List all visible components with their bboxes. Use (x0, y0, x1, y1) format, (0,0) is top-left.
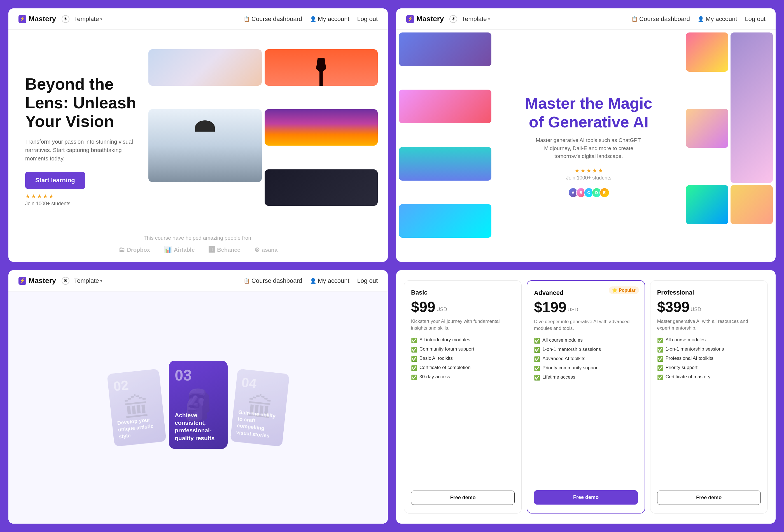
ai-img-2 (399, 90, 492, 123)
ai-headline: Master the Magic of Generative AI (525, 94, 652, 131)
logo-1[interactable]: ⚡ Mastery (19, 15, 56, 23)
pricing-advanced: ⭐ Popular Advanced $199 USD Dive deeper … (527, 280, 645, 513)
avatar-group: A B C D E (568, 188, 610, 198)
check-icon: ✅ (657, 356, 663, 362)
panel-photography: ⚡ Mastery ☀ Template ▾ 📋 Course dashboar… (8, 8, 388, 262)
basic-desc: Kickstart your AI journey with fundament… (411, 318, 515, 332)
advanced-feature-4: ✅ Priority community support (534, 365, 638, 371)
professional-price: $399 USD (657, 299, 761, 315)
sun-icon-1: ☀ (63, 16, 67, 22)
avatar-5: E (599, 188, 610, 198)
theme-toggle-2[interactable]: ☀ (449, 15, 457, 23)
template-label-2: Template (462, 16, 487, 23)
ai-box-5 (730, 185, 773, 224)
ai-img-1 (399, 32, 492, 66)
asana-icon: ⊗ (254, 246, 259, 253)
star-4: ★ (43, 193, 48, 200)
account-icon-1: 👤 (310, 16, 316, 22)
check-icon: ✅ (534, 338, 540, 344)
nav-right-2: 📋 Course dashboard 👤 My account Log out (632, 16, 765, 23)
behance-label: Behance (217, 247, 240, 253)
basic-price: $99 USD (411, 299, 515, 315)
panel-1-photos (148, 44, 378, 226)
panel-lessons: ⚡ Mastery ☀ Template ▾ 📋 Course dashboar… (8, 270, 388, 524)
check-icon: ✅ (411, 356, 417, 362)
photo-dark (264, 169, 378, 206)
my-account-link-1[interactable]: 👤 My account (310, 16, 349, 23)
professional-feature-1: ✅ All course modules (657, 337, 761, 343)
professional-features: ✅ All course modules ✅ 1-on-1 mentorship… (657, 337, 761, 485)
my-account-link-3[interactable]: 👤 My account (310, 277, 349, 284)
headline-1: Beyond the Lens: Unleash Your Vision (25, 75, 143, 131)
professional-feature-5: ✅ Certificate of mastery (657, 374, 761, 381)
advanced-usd: USD (567, 307, 578, 313)
pricing-basic: Basic $99 USD Kickstart your AI journey … (404, 280, 522, 513)
check-icon: ✅ (411, 337, 417, 343)
theme-toggle-3[interactable]: ☀ (62, 277, 69, 285)
professional-cta-button[interactable]: Free demo (657, 491, 761, 505)
template-menu-2[interactable]: Template ▾ (462, 16, 490, 23)
ai-star-2: ★ (581, 167, 586, 174)
basic-feature-5: ✅ 30-day access (411, 374, 515, 381)
ai-subtext: Master generative AI tools such as ChatG… (536, 136, 642, 161)
my-account-link-2[interactable]: 👤 My account (698, 16, 737, 23)
logo-behance: 🅱 Behance (208, 246, 240, 253)
lesson-cards-area: 02 🏛 Develop your unique artistic style … (8, 291, 388, 524)
advanced-feature-1: ✅ All course modules (534, 337, 638, 344)
subtext-1: Transform your passion into stunning vis… (25, 138, 143, 163)
nav-right-1: 📋 Course dashboard 👤 My account Log out (244, 16, 378, 23)
logo-3[interactable]: ⚡ Mastery (19, 276, 56, 285)
logout-3[interactable]: Log out (357, 277, 378, 284)
logo-asana: ⊗ asana (254, 246, 278, 253)
logo-icon-1: ⚡ (19, 15, 26, 23)
lesson-card-2[interactable]: 02 🏛 Develop your unique artistic style (107, 368, 166, 446)
advanced-price: $199 USD (534, 299, 638, 315)
course-dashboard-link-2[interactable]: 📋 Course dashboard (632, 16, 690, 23)
logo-2[interactable]: ⚡ Mastery (406, 15, 444, 23)
template-menu-3[interactable]: Template ▾ (74, 277, 102, 284)
start-learning-button[interactable]: Start learning (25, 172, 85, 189)
basic-feature-4: ✅ Certificate of completion (411, 365, 515, 371)
theme-toggle-1[interactable]: ☀ (62, 15, 69, 23)
logo-airtable: 📊 Airtable (164, 246, 195, 253)
airtable-label: Airtable (174, 247, 195, 253)
ai-join-text: Join 1000+ students (566, 175, 612, 181)
panel-1-content: Beyond the Lens: Unleash Your Vision Tra… (8, 30, 388, 226)
basic-tier: Basic (411, 289, 515, 296)
photo-umbrella (148, 109, 262, 182)
dashboard-icon-2: 📋 (632, 16, 638, 22)
course-dashboard-link-3[interactable]: 📋 Course dashboard (244, 277, 302, 284)
logo-text-3: Mastery (29, 276, 56, 285)
chevron-icon-1: ▾ (100, 17, 102, 21)
sun-icon-3: ☀ (63, 278, 67, 283)
professional-desc: Master generative AI with all resources … (657, 318, 761, 332)
advanced-cta-button[interactable]: Free demo (534, 490, 638, 505)
basic-feature-1: ✅ All introductory modules (411, 337, 515, 343)
professional-usd: USD (691, 307, 701, 312)
logout-2[interactable]: Log out (745, 16, 765, 23)
nav-bar-1: ⚡ Mastery ☀ Template ▾ 📋 Course dashboar… (8, 8, 388, 30)
chevron-icon-3: ▾ (100, 279, 102, 283)
ai-star-5: ★ (598, 167, 603, 174)
nav-bar-2: ⚡ Mastery ☀ Template ▾ 📋 Course dashboar… (396, 8, 776, 30)
check-icon: ✅ (657, 347, 663, 353)
star-badge-icon: ⭐ (612, 287, 618, 293)
lesson-card-4[interactable]: 04 🏛 Gain the ability to craft compellin… (230, 368, 289, 446)
template-menu-1[interactable]: Template ▾ (74, 16, 102, 23)
basic-price-value: $99 (411, 299, 436, 315)
pricing-content: Basic $99 USD Kickstart your AI journey … (396, 270, 776, 524)
lesson-card-3[interactable]: 03 🗿 Achieve consistent, professional-qu… (169, 361, 228, 449)
star-2: ★ (31, 193, 36, 200)
logo-icon-2: ⚡ (406, 15, 414, 23)
check-icon: ✅ (534, 375, 540, 381)
basic-feature-2: ✅ Community forum support (411, 346, 515, 353)
basic-cta-button[interactable]: Free demo (411, 491, 515, 505)
course-dashboard-link-1[interactable]: 📋 Course dashboard (244, 16, 302, 23)
pricing-professional: Professional $399 USD Master generative … (650, 280, 768, 513)
professional-feature-4: ✅ Priority support (657, 365, 761, 371)
advanced-feature-3: ✅ Advanced AI toolkits (534, 356, 638, 362)
ai-stars: ★ ★ ★ ★ ★ (575, 167, 603, 174)
check-icon: ✅ (411, 374, 417, 381)
template-label-1: Template (74, 16, 99, 23)
logout-1[interactable]: Log out (357, 16, 378, 23)
